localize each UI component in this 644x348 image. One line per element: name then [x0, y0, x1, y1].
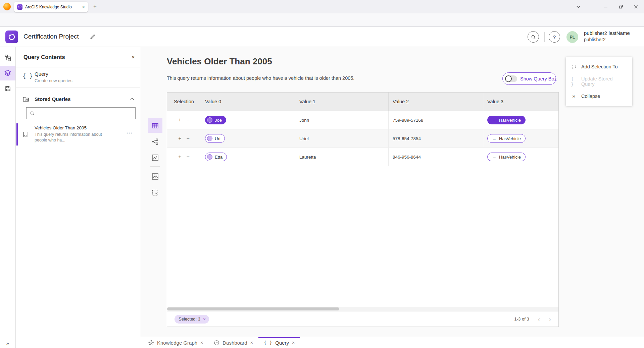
collapse-chevron-icon[interactable]	[130, 98, 134, 100]
help-button[interactable]: ?	[549, 31, 560, 43]
view-tools-strip	[148, 118, 162, 201]
link-chart-icon[interactable]	[148, 134, 162, 149]
relation-pill[interactable]: →HasVehicle	[487, 116, 526, 124]
knowledge-graph-icon	[148, 340, 154, 346]
column-header[interactable]: Value 1	[295, 93, 389, 111]
show-query-box-toggle[interactable]: Show Query Box	[502, 72, 556, 85]
search-icon	[30, 111, 35, 116]
selection-tools-icon[interactable]	[148, 185, 162, 200]
prev-page-icon[interactable]: ‹	[538, 316, 540, 323]
add-selection-icon	[571, 64, 577, 69]
selection-cell: + −	[167, 111, 201, 129]
search-input[interactable]	[37, 111, 132, 116]
tab-close-icon[interactable]: ×	[250, 340, 253, 345]
main-area: Vehicles Older Than 2005 This query retu…	[140, 47, 644, 348]
column-header[interactable]: Selection	[167, 93, 201, 111]
data-model-icon[interactable]	[0, 50, 15, 65]
stored-queries-search[interactable]	[26, 107, 136, 119]
entity-dot-icon	[207, 136, 212, 141]
toggle-switch[interactable]	[505, 75, 517, 82]
entity-dot-icon	[207, 117, 212, 123]
table-view-icon[interactable]	[148, 118, 162, 133]
entity-pill[interactable]: Etta	[205, 153, 227, 161]
column-header[interactable]: Value 3	[483, 93, 558, 111]
relation-pill[interactable]: →HasVehicle	[487, 134, 526, 143]
minimize-button[interactable]	[601, 3, 611, 11]
tab-dashboard[interactable]: Dashboard ×	[208, 337, 258, 348]
maximize-button[interactable]	[616, 3, 626, 11]
remove-from-selection-icon[interactable]: −	[187, 135, 190, 141]
stored-queries-title: Stored Queries	[35, 96, 71, 102]
entity-pill[interactable]: Uri	[205, 134, 225, 143]
remove-from-selection-icon[interactable]: −	[187, 154, 190, 160]
selection-cell: + −	[167, 129, 201, 148]
entity-pill[interactable]: Joe	[205, 116, 226, 124]
panel-header: Query Contents ×	[16, 47, 140, 67]
more-options-icon[interactable]: ···	[127, 130, 133, 136]
stored-query-item[interactable]: Vehicles Older Than 2005 This query retu…	[16, 123, 140, 146]
value-cell: 759-889-57168	[389, 111, 483, 129]
close-window-button[interactable]	[631, 3, 641, 11]
selected-chip[interactable]: Selected: 3×	[175, 315, 209, 324]
relation-cell: →HasVehicle	[483, 129, 558, 148]
entity-cell: Etta	[201, 148, 295, 166]
remove-from-selection-icon[interactable]: −	[187, 117, 190, 123]
selected-indicator	[16, 123, 18, 146]
edit-pencil-icon[interactable]	[90, 34, 96, 40]
expand-rail-icon[interactable]: »	[0, 340, 15, 346]
relation-pill[interactable]: →HasVehicle	[487, 153, 526, 161]
save-icon[interactable]	[0, 81, 15, 96]
next-page-icon[interactable]: ›	[549, 316, 551, 323]
toggle-label: Show Query Box	[520, 76, 557, 81]
query-item-subtitle: Create new queries	[35, 78, 72, 83]
new-tab-button[interactable]: +	[93, 3, 97, 10]
search-button[interactable]	[528, 31, 539, 43]
document-icon	[22, 131, 28, 137]
close-panel-icon[interactable]: ×	[132, 54, 135, 61]
query-contents-panel: Query Contents × { } Query Create new qu…	[16, 47, 140, 348]
entity-cell: Uri	[201, 129, 295, 148]
add-to-selection-icon[interactable]: +	[178, 117, 181, 123]
menu-item-collapse[interactable]: » Collapse	[566, 89, 632, 104]
value-cell: Uriel	[295, 129, 389, 148]
firefox-icon[interactable]	[3, 3, 11, 10]
entity-cell: Joe	[201, 111, 295, 129]
app-logo[interactable]	[5, 31, 18, 43]
menu-item-add-selection-to[interactable]: Add Selection To	[566, 59, 632, 74]
column-header[interactable]: Value 2	[389, 93, 483, 111]
add-to-selection-icon[interactable]: +	[178, 135, 181, 141]
collapse-icon: »	[571, 93, 577, 99]
horizontal-scrollbar[interactable]	[167, 307, 558, 311]
tab-list-chevron-icon[interactable]	[573, 3, 583, 11]
relation-cell: →HasVehicle	[483, 111, 558, 129]
browser-tab[interactable]: ArcGIS Knowledge Studio ×	[14, 2, 88, 12]
menu-item-update-stored-query[interactable]: { } Update Stored Query	[566, 74, 632, 89]
value-cell: 578-654-7854	[389, 129, 483, 148]
table-row[interactable]: + − Uri Uriel 578-654-7854 →HasVehicle	[167, 129, 558, 148]
layers-icon[interactable]	[0, 66, 15, 80]
clear-selection-icon[interactable]: ×	[203, 316, 206, 322]
add-to-selection-icon[interactable]: +	[178, 154, 181, 160]
tab-close-icon[interactable]: ×	[292, 340, 295, 345]
tab-close-icon[interactable]: ×	[82, 5, 85, 9]
table-row[interactable]: + − Etta Lauretta 846-956-8644 →HasVehic…	[167, 148, 558, 166]
value-cell: Lauretta	[295, 148, 389, 166]
user-name: publisher2 lastName	[584, 30, 630, 37]
tab-query[interactable]: { } Query ×	[258, 337, 300, 348]
map-icon[interactable]	[148, 169, 162, 184]
tab-close-icon[interactable]: ×	[200, 340, 203, 345]
column-header[interactable]: Value 0	[201, 93, 295, 111]
chart-icon[interactable]	[148, 150, 162, 165]
arrow-right-icon: →	[492, 155, 496, 159]
avatar[interactable]: PL	[566, 31, 578, 43]
stored-queries-header[interactable]: Stored Queries	[16, 92, 140, 107]
table-header-row: Selection Value 0 Value 1 Value 2 Value …	[167, 93, 558, 111]
scrollbar-thumb[interactable]	[167, 307, 339, 310]
query-item[interactable]: { } Query Create new queries	[16, 67, 140, 88]
value-cell: 846-956-8644	[389, 148, 483, 166]
tab-knowledge-graph[interactable]: Knowledge Graph ×	[143, 337, 208, 348]
selection-cell: + −	[167, 148, 201, 166]
relation-cell: →HasVehicle	[483, 148, 558, 166]
table-row[interactable]: + − Joe John 759-889-57168 →HasVehicle	[167, 111, 558, 129]
user-info[interactable]: publisher2 lastName publisher2	[584, 30, 630, 43]
